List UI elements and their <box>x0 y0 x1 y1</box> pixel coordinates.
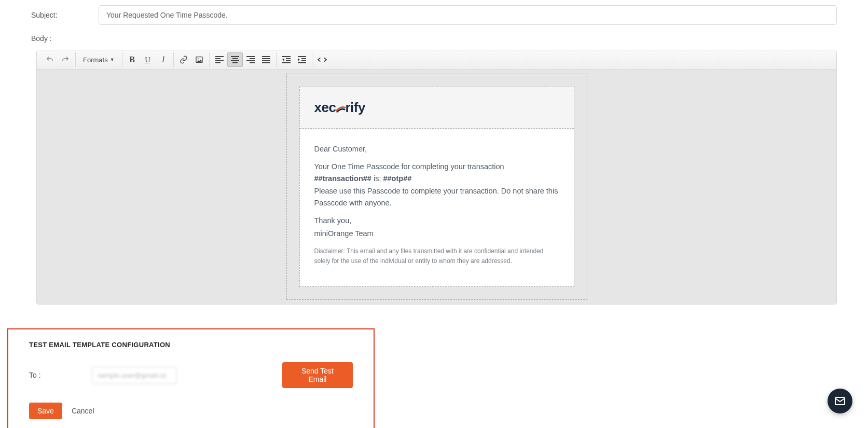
align-justify-icon[interactable] <box>258 52 274 67</box>
test-section-title: TEST EMAIL TEMPLATE CONFIGURATION <box>29 341 353 349</box>
email-mid: is: <box>374 174 383 183</box>
underline-icon[interactable]: U <box>140 52 156 67</box>
contact-mail-fab[interactable] <box>828 389 852 413</box>
rich-text-editor: Formats ▼ B U I <box>36 50 837 305</box>
logo-text-post: rify <box>345 100 365 116</box>
chevron-down-icon: ▼ <box>110 57 115 62</box>
logo-text-pre: xec <box>314 100 336 116</box>
email-otp-token: ##otp## <box>383 174 411 183</box>
formats-label: Formats <box>83 56 108 64</box>
email-tx-token: ##transaction## <box>314 174 371 183</box>
mail-icon <box>834 395 846 407</box>
undo-icon[interactable] <box>42 52 58 67</box>
bold-icon[interactable]: B <box>125 52 140 67</box>
cancel-button[interactable]: Cancel <box>72 407 94 415</box>
email-greeting: Dear Customer, <box>314 143 559 155</box>
subject-label: Subject: <box>31 11 99 19</box>
xecurify-logo: xec rify <box>314 100 559 116</box>
editor-canvas[interactable]: xec rify Dear Customer, Your One Time Pa… <box>37 70 836 304</box>
body-label: Body : <box>31 34 837 43</box>
italic-icon[interactable]: I <box>156 52 171 67</box>
email-template-wrap: xec rify Dear Customer, Your One Time Pa… <box>286 74 587 300</box>
align-right-icon[interactable] <box>243 52 258 67</box>
logo-swoosh-icon <box>335 104 346 114</box>
email-thank: Thank you, <box>314 215 559 226</box>
editor-toolbar: Formats ▼ B U I <box>37 50 836 70</box>
email-header: xec rify <box>300 87 574 129</box>
outdent-icon[interactable] <box>279 52 294 67</box>
link-icon[interactable] <box>176 52 191 67</box>
email-otp-line: Your One Time Passcode for completing yo… <box>314 161 559 184</box>
formats-dropdown[interactable]: Formats ▼ <box>78 52 120 67</box>
test-email-section: TEST EMAIL TEMPLATE CONFIGURATION To : S… <box>7 328 375 428</box>
email-body: Dear Customer, Your One Time Passcode fo… <box>300 129 574 286</box>
email-disclaimer: Disclaimer: This email and any files tra… <box>314 246 559 266</box>
align-center-icon[interactable] <box>227 52 243 67</box>
redo-icon[interactable] <box>58 52 73 67</box>
indent-icon[interactable] <box>294 52 310 67</box>
subject-input[interactable] <box>99 5 837 25</box>
email-team: miniOrange Team <box>314 228 559 239</box>
save-button[interactable]: Save <box>29 403 62 419</box>
to-label: To : <box>29 371 92 379</box>
email-line1: Your One Time Passcode for completing yo… <box>314 162 504 171</box>
align-left-icon[interactable] <box>212 52 227 67</box>
email-instruction: Please use this Passcode to complete you… <box>314 185 559 209</box>
image-icon[interactable] <box>191 52 207 67</box>
svg-point-1 <box>197 58 198 59</box>
code-icon[interactable] <box>314 52 330 67</box>
to-input[interactable] <box>92 367 177 384</box>
send-test-email-button[interactable]: Send Test Email <box>282 362 353 388</box>
